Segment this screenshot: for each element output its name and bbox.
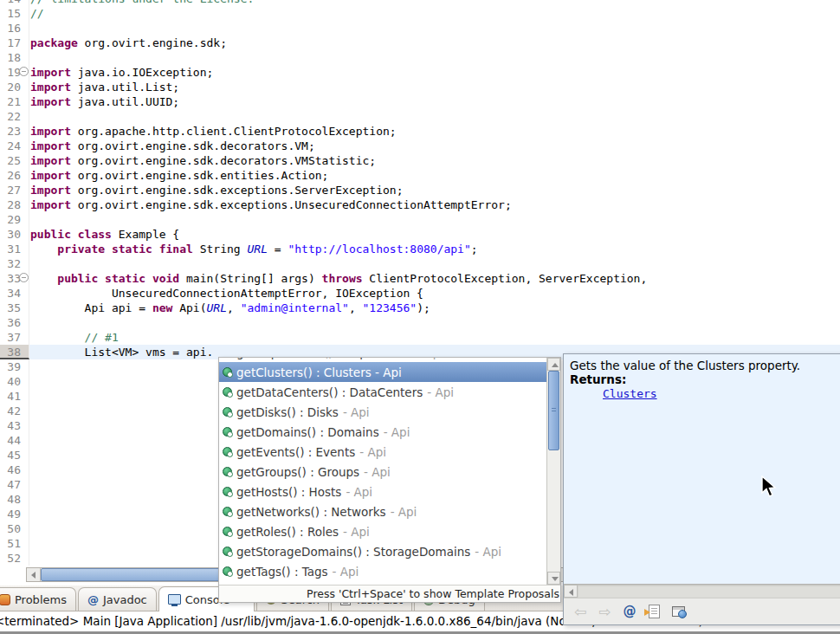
code-line[interactable]: 19import java.io.IOException; xyxy=(0,65,840,80)
code-line[interactable]: 21import java.util.UUID; xyxy=(0,94,840,109)
line-gutter[interactable]: 49 xyxy=(0,507,29,521)
code-text[interactable]: // xyxy=(29,6,840,21)
line-number[interactable]: 15 xyxy=(0,6,21,21)
line-gutter[interactable]: 35 xyxy=(0,301,29,315)
javadoc-hscrollbar[interactable] xyxy=(564,584,840,598)
line-gutter[interactable]: 25 xyxy=(0,153,29,168)
code-text[interactable]: import java.io.IOException; xyxy=(29,65,840,80)
code-text[interactable] xyxy=(29,315,840,330)
clusters-type-link[interactable]: Clusters xyxy=(603,387,657,400)
line-gutter[interactable]: 46 xyxy=(0,463,29,477)
line-gutter[interactable]: 18 xyxy=(0,50,29,65)
tab-javadoc[interactable]: @Javadoc xyxy=(78,587,157,611)
line-number[interactable]: 42 xyxy=(0,404,21,418)
line-number[interactable]: 51 xyxy=(0,536,21,551)
code-line[interactable]: 34 UnsecuredConnectionAttemptError, IOEx… xyxy=(0,286,840,301)
code-text[interactable]: import java.util.List; xyxy=(29,80,840,94)
line-gutter[interactable]: 21 xyxy=(0,94,29,109)
line-gutter[interactable]: 45 xyxy=(0,448,29,463)
line-number[interactable]: 17 xyxy=(0,36,21,50)
line-gutter[interactable]: 50 xyxy=(0,521,29,536)
line-number[interactable]: 31 xyxy=(0,242,21,256)
line-gutter[interactable]: 48 xyxy=(0,492,29,507)
open-javadoc-view-icon[interactable] xyxy=(649,605,660,618)
popup-scroll-thumb[interactable] xyxy=(548,371,559,450)
line-number[interactable]: 52 xyxy=(0,551,21,566)
line-number[interactable]: 34 xyxy=(0,286,21,301)
code-text[interactable]: private static final String URL = "http:… xyxy=(29,242,840,256)
line-number[interactable]: 39 xyxy=(0,359,21,374)
line-number[interactable]: 29 xyxy=(0,212,21,227)
line-gutter[interactable]: 26 xyxy=(0,168,29,183)
code-text[interactable]: public static void main(String[] args) t… xyxy=(29,271,840,286)
line-number[interactable]: 14 xyxy=(0,0,21,6)
line-number[interactable]: 45 xyxy=(0,448,21,463)
code-text[interactable]: UnsecuredConnectionAttemptError, IOExcep… xyxy=(29,286,840,301)
code-line[interactable]: 22 xyxy=(0,109,840,124)
line-number[interactable]: 25 xyxy=(0,153,21,168)
popup-scroll-up-button[interactable] xyxy=(547,358,560,371)
code-text[interactable]: import org.ovirt.engine.sdk.entities.Act… xyxy=(29,168,840,183)
line-number[interactable]: 27 xyxy=(0,183,21,197)
line-gutter[interactable]: 52 xyxy=(0,551,29,566)
line-number[interactable]: 32 xyxy=(0,256,21,271)
line-number[interactable]: 33 xyxy=(0,271,21,286)
completion-item[interactable]: getTags() : Tags - Api xyxy=(219,561,546,581)
javadoc-scroll-track[interactable] xyxy=(578,585,840,598)
completion-item[interactable]: getDataCenters() : DataCenters - Api xyxy=(219,382,546,402)
code-text[interactable]: Api api = new Api(URL, "admin@internal",… xyxy=(29,301,840,315)
line-gutter[interactable]: 23 xyxy=(0,124,29,139)
line-number[interactable]: 19 xyxy=(0,65,21,80)
code-line[interactable]: 33 public static void main(String[] args… xyxy=(0,271,840,286)
line-number[interactable]: 43 xyxy=(0,418,21,433)
line-gutter[interactable]: 22 xyxy=(0,109,29,124)
scroll-left-button[interactable] xyxy=(27,568,41,581)
line-number[interactable]: 41 xyxy=(0,389,21,404)
show-attached-javadoc-icon[interactable]: @ xyxy=(624,604,636,619)
line-gutter[interactable]: 28 xyxy=(0,197,29,212)
code-line[interactable]: 26import org.ovirt.engine.sdk.entities.A… xyxy=(0,168,840,183)
line-gutter[interactable]: 24 xyxy=(0,139,29,153)
line-gutter[interactable]: 29 xyxy=(0,212,29,227)
javadoc-scroll-left-button[interactable] xyxy=(564,585,578,598)
completion-item[interactable]: getRoles() : Roles - Api xyxy=(219,521,546,541)
code-line[interactable]: 15// xyxy=(0,6,840,21)
code-line[interactable]: 14// limitations under the License. xyxy=(0,0,840,6)
code-text[interactable]: // limitations under the License. xyxy=(29,0,840,6)
line-number[interactable]: 40 xyxy=(0,374,21,389)
open-in-browser-icon[interactable] xyxy=(672,606,685,617)
completion-item[interactable]: getStorageDomains() : StorageDomains - A… xyxy=(219,541,546,561)
line-number[interactable]: 23 xyxy=(0,124,21,139)
line-number[interactable]: 46 xyxy=(0,463,21,477)
code-text[interactable] xyxy=(29,109,840,124)
code-line[interactable]: 27import org.ovirt.engine.sdk.exceptions… xyxy=(0,183,840,197)
line-gutter[interactable]: 33 xyxy=(0,271,29,286)
code-text[interactable] xyxy=(29,212,840,227)
code-text[interactable]: package org.ovirt.engine.sdk; xyxy=(29,36,840,50)
code-text[interactable]: import org.apache.http.client.ClientProt… xyxy=(29,124,840,139)
code-line[interactable]: 25import org.ovirt.engine.sdk.decorators… xyxy=(0,153,840,168)
line-gutter[interactable]: 19 xyxy=(0,65,29,80)
line-number[interactable]: 50 xyxy=(0,521,21,536)
completion-item[interactable]: getHosts() : Hosts - Api xyxy=(219,482,546,501)
code-text[interactable] xyxy=(29,256,840,271)
line-number[interactable]: 44 xyxy=(0,433,21,448)
line-number[interactable]: 47 xyxy=(0,477,21,492)
line-number[interactable]: 26 xyxy=(0,168,21,183)
line-gutter[interactable]: 16 xyxy=(0,21,29,36)
line-gutter[interactable]: 44 xyxy=(0,433,29,448)
line-number[interactable]: 38 xyxy=(0,345,21,358)
code-line[interactable]: 20import java.util.List; xyxy=(0,80,840,94)
line-gutter[interactable]: 17 xyxy=(0,36,29,50)
popup-scroll-down-button[interactable] xyxy=(547,572,560,585)
code-line[interactable]: 30public class Example { xyxy=(0,227,840,242)
line-number[interactable]: 48 xyxy=(0,492,21,507)
code-line[interactable]: 24import org.ovirt.engine.sdk.decorators… xyxy=(0,139,840,153)
line-gutter[interactable]: 27 xyxy=(0,183,29,197)
line-gutter[interactable]: 39 xyxy=(0,359,29,374)
line-number[interactable]: 18 xyxy=(0,50,21,65)
code-text[interactable]: public class Example { xyxy=(29,227,840,242)
completion-item[interactable]: getClusters() : Clusters - Api xyxy=(219,362,546,382)
completion-item[interactable]: getEvents() : Events - Api xyxy=(219,442,546,462)
line-gutter[interactable]: 43 xyxy=(0,418,29,433)
